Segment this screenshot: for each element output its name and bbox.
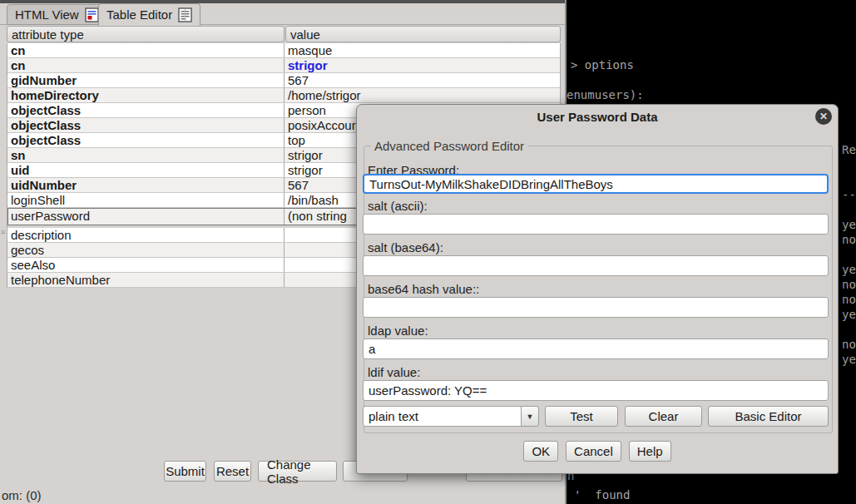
tab-html-view[interactable]: HTML View <box>7 4 107 25</box>
basic-editor-button[interactable]: Basic Editor <box>708 406 829 427</box>
base64-hash-label: base64 hash value:: <box>368 282 479 296</box>
value-cell[interactable]: strigor <box>285 58 560 72</box>
ldif-value-label: ldif value: <box>368 365 420 379</box>
dialog-title: User Password Data <box>357 110 838 124</box>
submit-button[interactable]: Submit <box>164 461 206 482</box>
terminal-fragment: ye <box>842 217 856 232</box>
value-cell[interactable]: 567 <box>285 73 560 87</box>
ok-button[interactable]: OK <box>523 441 558 462</box>
attr-cell[interactable]: gidNumber <box>7 73 285 87</box>
column-header-attribute-type[interactable]: attribute type <box>7 26 285 42</box>
scheme-combo-input[interactable] <box>363 406 522 427</box>
status-text: om: (0) <box>2 488 42 502</box>
test-button[interactable]: Test <box>545 406 618 427</box>
user-password-dialog: User Password Data ✕ Advanced Password E… <box>356 104 839 474</box>
terminal-line: > options <box>571 57 634 72</box>
help-button[interactable]: Help <box>629 441 671 462</box>
terminal-line: enumusers): <box>567 87 644 102</box>
column-header-label: value <box>290 27 320 42</box>
attr-cell[interactable]: telephoneNumber <box>7 273 285 287</box>
value-cell[interactable]: masque <box>285 43 560 57</box>
groupbox-label: Advanced Password Editor <box>371 139 527 153</box>
table-row[interactable]: cnmasque <box>7 43 560 58</box>
enter-password-input[interactable] <box>363 174 829 194</box>
screen: > options enumusers): Re -- no no ye ye … <box>0 0 856 504</box>
tab-html-view-label: HTML View <box>15 7 79 22</box>
attr-cell[interactable]: description <box>7 228 285 242</box>
table-row[interactable]: cnstrigor <box>7 58 560 73</box>
attr-cell[interactable]: homeDirectory <box>7 88 285 102</box>
tab-bar: HTML View Table Editor <box>0 3 565 25</box>
salt-ascii-label: salt (ascii): <box>368 199 428 213</box>
terminal-line: ' found <box>574 487 630 502</box>
attr-cell[interactable]: gecos <box>7 243 285 257</box>
terminal-fragments: no no <box>842 262 856 382</box>
column-header-value[interactable]: value <box>285 26 561 42</box>
table-doc-icon <box>178 7 192 22</box>
clear-button[interactable]: Clear <box>625 406 702 427</box>
attr-cell[interactable]: seeAlso <box>7 258 285 272</box>
attr-cell[interactable]: objectClass <box>7 103 285 117</box>
tab-table-editor[interactable]: Table Editor <box>98 3 200 26</box>
base64-hash-input[interactable] <box>363 297 829 318</box>
attr-cell[interactable]: sn <box>7 148 285 162</box>
value-cell[interactable]: /home/strigor <box>285 88 560 102</box>
salt-ascii-input[interactable] <box>363 214 829 235</box>
attr-cell[interactable]: cn <box>7 43 285 57</box>
tab-table-editor-label: Table Editor <box>106 7 172 22</box>
attr-cell[interactable]: uidNumber <box>7 178 285 192</box>
attr-cell[interactable]: userPassword <box>7 208 285 225</box>
terminal-fragment: Re <box>842 142 856 157</box>
combo-dropdown-arrow-icon[interactable]: ▼ <box>521 406 539 427</box>
column-header-label: attribute type <box>12 27 84 42</box>
terminal-fragment: no <box>842 337 856 352</box>
attr-cell[interactable]: objectClass <box>7 133 285 147</box>
ldap-value-input[interactable] <box>363 338 829 359</box>
dialog-footer: OK Cancel Help <box>357 441 838 462</box>
salt-base64-label: salt (base64): <box>368 240 443 254</box>
table-row[interactable]: homeDirectory/home/strigor <box>7 88 560 103</box>
close-icon[interactable]: ✕ <box>815 108 832 125</box>
attr-cell[interactable]: cn <box>7 58 285 72</box>
attr-cell[interactable]: objectClass <box>7 118 285 132</box>
html-doc-icon <box>85 7 99 22</box>
salt-base64-input[interactable] <box>363 255 829 276</box>
reset-button[interactable]: Reset <box>214 461 251 482</box>
cancel-button[interactable]: Cancel <box>566 441 621 462</box>
attr-cell[interactable]: loginShell <box>7 193 285 207</box>
table-row[interactable]: gidNumber567 <box>7 73 560 88</box>
terminal-fragment: no <box>842 292 856 307</box>
splitter-handle-icon[interactable]: ≡ <box>1 230 5 234</box>
attr-cell[interactable]: uid <box>7 163 285 177</box>
ldap-value-label: ldap value: <box>368 324 428 338</box>
ldif-value-input[interactable] <box>363 380 829 401</box>
change-class-button[interactable]: Change Class <box>258 461 337 482</box>
